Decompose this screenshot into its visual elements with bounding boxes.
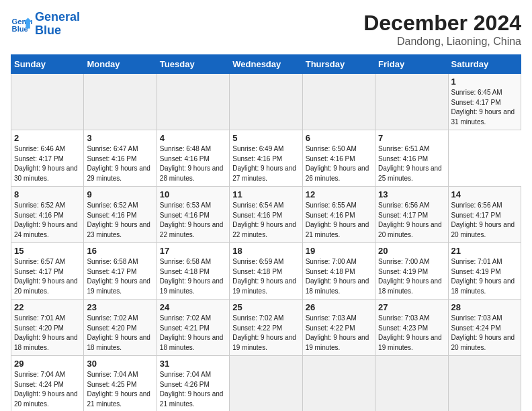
day-cell-18: 18 Sunrise: 6:59 AM Sunset: 4:18 PM Dayl… xyxy=(230,243,302,300)
day-info: Sunrise: 6:57 AM Sunset: 4:17 PM Dayligh… xyxy=(14,257,81,296)
logo-icon: General Blue xyxy=(11,13,32,35)
sunrise-text: Sunrise: 6:51 AM xyxy=(378,145,429,152)
day-number: 27 xyxy=(378,302,445,312)
sunrise-text: Sunrise: 7:00 AM xyxy=(378,258,429,265)
logo: General Blue General Blue xyxy=(11,11,80,38)
day-info: Sunrise: 6:56 AM Sunset: 4:17 PM Dayligh… xyxy=(451,201,518,240)
day-number: 6 xyxy=(306,133,372,143)
day-cell-30: 30 Sunrise: 7:04 AM Sunset: 4:25 PM Dayl… xyxy=(84,356,157,412)
calendar-subtitle: Dandong, Liaoning, China xyxy=(363,36,521,48)
calendar-title: December 2024 xyxy=(363,11,521,36)
sunrise-text: Sunrise: 6:46 AM xyxy=(14,145,65,152)
sunrise-text: Sunrise: 7:04 AM xyxy=(160,371,211,378)
daylight-text: Daylight: 9 hours and 19 minutes. xyxy=(232,334,296,351)
day-number: 24 xyxy=(160,302,226,312)
daylight-text: Daylight: 9 hours and 20 minutes. xyxy=(14,390,78,408)
day-info: Sunrise: 6:46 AM Sunset: 4:17 PM Dayligh… xyxy=(14,144,81,183)
sunset-text: Sunset: 4:19 PM xyxy=(451,268,501,275)
sunrise-text: Sunrise: 7:02 AM xyxy=(232,314,283,322)
empty-cell xyxy=(375,356,448,412)
sunset-text: Sunset: 4:16 PM xyxy=(306,212,355,219)
header-cell-sunday: Sunday xyxy=(11,55,84,74)
sunset-text: Sunset: 4:16 PM xyxy=(306,155,355,163)
sunrise-text: Sunrise: 7:04 AM xyxy=(14,371,65,378)
day-number: 16 xyxy=(87,246,153,256)
sunset-text: Sunset: 4:16 PM xyxy=(160,212,210,219)
daylight-text: Daylight: 9 hours and 21 minutes. xyxy=(160,390,224,408)
day-number: 7 xyxy=(378,133,445,143)
day-info: Sunrise: 7:04 AM Sunset: 4:24 PM Dayligh… xyxy=(14,370,81,409)
sunset-text: Sunset: 4:17 PM xyxy=(451,212,501,219)
sunset-text: Sunset: 4:20 PM xyxy=(14,324,64,332)
daylight-text: Daylight: 9 hours and 28 minutes. xyxy=(160,165,224,182)
day-info: Sunrise: 7:02 AM Sunset: 4:21 PM Dayligh… xyxy=(160,314,226,353)
sunset-text: Sunset: 4:16 PM xyxy=(232,212,282,219)
sunrise-text: Sunrise: 6:58 AM xyxy=(160,258,211,265)
sunrise-text: Sunrise: 7:01 AM xyxy=(451,258,502,265)
sunset-text: Sunset: 4:22 PM xyxy=(232,324,282,332)
sunset-text: Sunset: 4:17 PM xyxy=(451,99,501,106)
day-number: 18 xyxy=(232,246,299,256)
daylight-text: Daylight: 9 hours and 30 minutes. xyxy=(14,165,78,182)
sunset-text: Sunset: 4:16 PM xyxy=(232,155,282,163)
sunrise-text: Sunrise: 6:52 AM xyxy=(87,201,138,209)
daylight-text: Daylight: 9 hours and 22 minutes. xyxy=(232,221,296,238)
daylight-text: Daylight: 9 hours and 23 minutes. xyxy=(87,221,150,238)
empty-cell xyxy=(84,74,157,130)
day-info: Sunrise: 7:03 AM Sunset: 4:23 PM Dayligh… xyxy=(378,314,445,353)
day-number: 25 xyxy=(232,302,299,312)
daylight-text: Daylight: 9 hours and 19 minutes. xyxy=(306,334,369,351)
day-info: Sunrise: 6:59 AM Sunset: 4:18 PM Dayligh… xyxy=(232,257,299,296)
sunrise-text: Sunrise: 7:00 AM xyxy=(306,258,357,265)
empty-cell xyxy=(375,74,448,130)
day-info: Sunrise: 7:02 AM Sunset: 4:20 PM Dayligh… xyxy=(87,314,153,353)
day-number: 13 xyxy=(378,189,445,199)
day-cell-31: 31 Sunrise: 7:04 AM Sunset: 4:26 PM Dayl… xyxy=(157,356,229,412)
daylight-text: Daylight: 9 hours and 24 minutes. xyxy=(14,221,78,238)
day-number: 15 xyxy=(14,246,81,256)
day-cell-13: 13 Sunrise: 6:56 AM Sunset: 4:17 PM Dayl… xyxy=(375,187,448,243)
daylight-text: Daylight: 9 hours and 18 minutes. xyxy=(14,334,78,351)
sunset-text: Sunset: 4:18 PM xyxy=(306,268,355,275)
header-cell-friday: Friday xyxy=(375,55,448,74)
header-cell-saturday: Saturday xyxy=(448,55,521,74)
day-cell-26: 26 Sunrise: 7:03 AM Sunset: 4:22 PM Dayl… xyxy=(302,300,375,356)
sunrise-text: Sunrise: 6:47 AM xyxy=(87,145,138,152)
empty-cell xyxy=(230,356,302,412)
day-info: Sunrise: 6:50 AM Sunset: 4:16 PM Dayligh… xyxy=(306,144,372,183)
sunset-text: Sunset: 4:17 PM xyxy=(378,212,428,219)
logo-line2: Blue xyxy=(35,24,61,37)
day-cell-6: 6 Sunrise: 6:50 AM Sunset: 4:16 PM Dayli… xyxy=(302,130,375,187)
day-cell-3: 3 Sunrise: 6:47 AM Sunset: 4:16 PM Dayli… xyxy=(84,130,157,187)
day-number: 2 xyxy=(14,133,81,143)
header-cell-monday: Monday xyxy=(84,55,157,74)
day-cell-29: 29 Sunrise: 7:04 AM Sunset: 4:24 PM Dayl… xyxy=(11,356,84,412)
header-cell-thursday: Thursday xyxy=(302,55,375,74)
sunset-text: Sunset: 4:17 PM xyxy=(14,155,64,163)
daylight-text: Daylight: 9 hours and 20 minutes. xyxy=(378,221,442,238)
day-info: Sunrise: 6:53 AM Sunset: 4:16 PM Dayligh… xyxy=(160,201,226,240)
daylight-text: Daylight: 9 hours and 21 minutes. xyxy=(306,221,369,238)
sunset-text: Sunset: 4:23 PM xyxy=(378,324,428,332)
sunset-text: Sunset: 4:17 PM xyxy=(14,268,64,275)
day-number: 22 xyxy=(14,302,81,312)
day-cell-27: 27 Sunrise: 7:03 AM Sunset: 4:23 PM Dayl… xyxy=(375,300,448,356)
day-info: Sunrise: 6:56 AM Sunset: 4:17 PM Dayligh… xyxy=(378,201,445,240)
day-number: 10 xyxy=(160,189,226,199)
daylight-text: Daylight: 9 hours and 29 minutes. xyxy=(87,165,150,182)
sunset-text: Sunset: 4:25 PM xyxy=(87,381,136,388)
day-number: 23 xyxy=(87,302,153,312)
sunset-text: Sunset: 4:16 PM xyxy=(160,155,210,163)
sunset-text: Sunset: 4:16 PM xyxy=(14,212,64,219)
sunrise-text: Sunrise: 6:54 AM xyxy=(232,201,283,209)
daylight-text: Daylight: 9 hours and 19 minutes. xyxy=(232,277,296,295)
sunset-text: Sunset: 4:16 PM xyxy=(87,155,136,163)
day-info: Sunrise: 7:01 AM Sunset: 4:19 PM Dayligh… xyxy=(451,257,518,296)
sunrise-text: Sunrise: 6:57 AM xyxy=(14,258,65,265)
day-info: Sunrise: 7:04 AM Sunset: 4:25 PM Dayligh… xyxy=(87,370,153,409)
sunrise-text: Sunrise: 7:03 AM xyxy=(378,314,429,322)
empty-cell xyxy=(230,74,302,130)
sunrise-text: Sunrise: 7:02 AM xyxy=(87,314,138,322)
day-cell-28: 28 Sunrise: 7:03 AM Sunset: 4:24 PM Dayl… xyxy=(448,300,521,356)
sunset-text: Sunset: 4:20 PM xyxy=(87,324,136,332)
